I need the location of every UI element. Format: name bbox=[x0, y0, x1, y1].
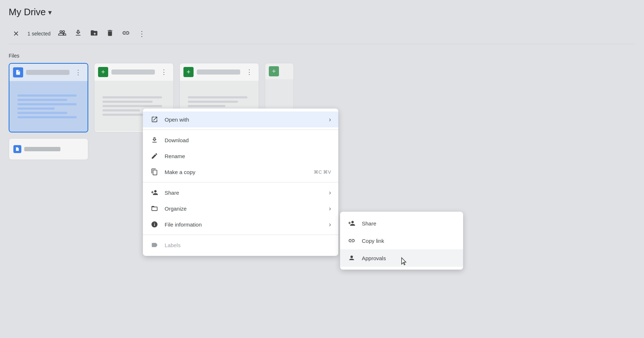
menu-item-labels-label: Labels bbox=[165, 242, 331, 248]
submenu-item-copy-link[interactable]: Copy link bbox=[340, 232, 463, 249]
copy-icon bbox=[150, 168, 159, 176]
copy-link-icon bbox=[347, 236, 356, 245]
menu-item-make-copy[interactable]: Make a copy ⌘C ⌘V bbox=[143, 164, 338, 180]
menu-divider-2 bbox=[143, 182, 338, 182]
rename-icon bbox=[150, 152, 159, 160]
menu-item-share[interactable]: Share › bbox=[143, 185, 338, 200]
menu-item-open-with[interactable]: Open with › bbox=[143, 111, 338, 127]
menu-item-open-with-label: Open with bbox=[165, 117, 323, 123]
label-icon bbox=[150, 241, 159, 249]
menu-item-file-info-label: File information bbox=[165, 221, 323, 228]
share-submenu: Share Copy link Approvals bbox=[340, 212, 463, 270]
menu-item-download-label: Download bbox=[165, 137, 331, 143]
menu-item-share-label: Share bbox=[165, 190, 323, 196]
menu-divider-1 bbox=[143, 130, 338, 130]
menu-item-organize-label: Organize bbox=[165, 206, 323, 212]
download-menu-icon bbox=[150, 136, 159, 144]
context-menu: Open with › Download Rename Make a copy … bbox=[143, 109, 338, 256]
submenu-copy-link-label: Copy link bbox=[362, 238, 456, 244]
menu-item-labels[interactable]: Labels bbox=[143, 237, 338, 253]
menu-item-file-info[interactable]: File information › bbox=[143, 216, 338, 232]
file-info-arrow-icon: › bbox=[329, 221, 331, 228]
menu-item-copy-label: Make a copy bbox=[165, 169, 308, 175]
submenu-item-approvals[interactable]: Approvals bbox=[340, 249, 463, 267]
menu-divider-3 bbox=[143, 235, 338, 235]
info-icon bbox=[150, 220, 159, 229]
menu-item-download[interactable]: Download bbox=[143, 132, 338, 148]
share-icon bbox=[150, 188, 159, 197]
open-with-icon bbox=[150, 115, 159, 124]
submenu-share-label: Share bbox=[362, 220, 456, 227]
menu-item-organize[interactable]: Organize › bbox=[143, 200, 338, 216]
organize-arrow-icon: › bbox=[329, 205, 331, 212]
submenu-item-share[interactable]: Share bbox=[340, 215, 463, 232]
organize-icon bbox=[150, 204, 159, 213]
submenu-share-icon bbox=[347, 219, 356, 228]
share-arrow-icon: › bbox=[329, 189, 331, 197]
submenu-approvals-label: Approvals bbox=[362, 255, 456, 261]
menu-item-rename-label: Rename bbox=[165, 153, 331, 159]
copy-shortcut: ⌘C ⌘V bbox=[314, 169, 331, 175]
menu-item-rename[interactable]: Rename bbox=[143, 148, 338, 164]
submenu-arrow-icon: › bbox=[329, 116, 331, 123]
svg-point-0 bbox=[351, 255, 353, 258]
approvals-icon bbox=[347, 254, 356, 262]
